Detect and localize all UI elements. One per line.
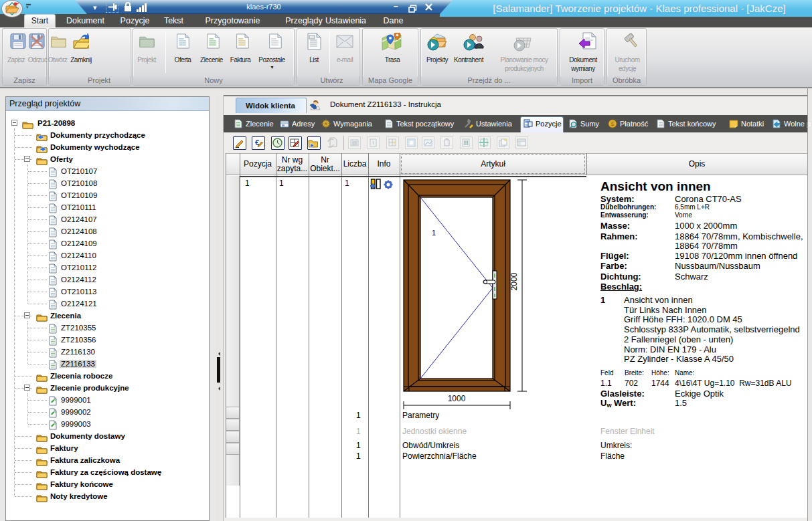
svg-text:1: 1	[432, 229, 436, 237]
svg-text:i: i	[373, 140, 374, 146]
svg-text:2000: 2000	[509, 272, 519, 290]
svg-text:1000: 1000	[448, 394, 466, 403]
svg-text:$: $	[611, 121, 615, 127]
